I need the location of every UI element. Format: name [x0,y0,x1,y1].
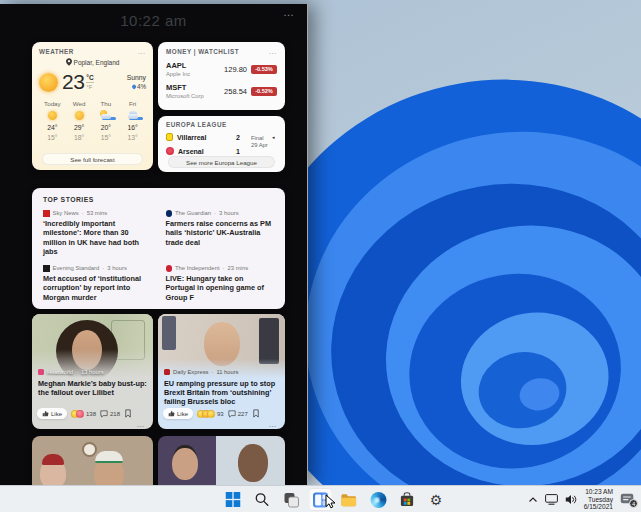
news-age: 13 hours [81,369,104,375]
news-card-partial-right[interactable] [158,436,285,485]
see-full-forecast-button[interactable]: See full forecast [42,153,144,165]
story-source: The Guardian [175,210,211,216]
news-card-meghan[interactable]: Heatworld · 13 hours Meghan Markle’s bab… [32,314,153,429]
news-headline[interactable]: EU ramping pressure up to stop Brexit Br… [164,379,279,407]
news-separator: · [211,369,213,375]
evening-standard-favicon-icon [43,265,50,272]
story-headline[interactable]: LIVE: Hungary take on Portugal in openin… [166,274,275,302]
story-separator: · [214,210,216,216]
tray-day: Tuesday [584,496,613,503]
europa-league-widget[interactable]: EUROPA LEAGUE Villarreal 2 ◂ Arsenal 1 F… [158,116,285,172]
top-stories-widget[interactable]: TOP STORIES Sky News · 53 mins ‘Incredib… [32,188,285,309]
settings-button[interactable]: ⚙ [424,488,448,511]
stock-row[interactable]: AAPL Apple Inc 129.80 -0.53% [166,61,277,77]
forecast-day-label: Wed [73,100,86,107]
stock-symbol: AAPL [166,61,190,70]
away-team-score: 1 [236,148,240,155]
forecast-day: Thu 20° 15° [93,100,120,141]
tray-chevron-up-icon[interactable] [528,496,538,504]
sun-showers-icon [100,110,112,122]
story-headline[interactable]: Farmers raise concerns as PM hails ‘hist… [166,219,275,247]
stock-row[interactable]: MSFT Microsoft Corp 258.54 -0.52% [166,83,277,99]
start-button[interactable] [221,488,245,511]
microsoft-store-button[interactable] [395,488,419,511]
precipitation-value: 4% [137,83,146,90]
news-source: Daily Express [173,369,208,375]
mouse-cursor [325,494,337,510]
story-item[interactable]: The Guardian · 3 hours Farmers raise con… [166,210,275,256]
like-button[interactable]: Like [163,408,193,419]
home-team-score: 2 [236,134,240,141]
reactions-button[interactable]: 93 [197,410,224,418]
file-explorer-button[interactable] [337,488,361,511]
story-item[interactable]: Sky News · 53 mins ‘Incredibly important… [43,210,152,256]
reactions-button[interactable]: 138 [71,410,96,418]
forecast-day: Today 24° 15° [39,100,66,141]
bookmark-icon[interactable] [252,409,260,418]
money-menu-button[interactable]: … [269,50,278,54]
weather-menu-button[interactable]: … [138,50,147,54]
comment-count: 218 [110,411,120,417]
forecast-high: 16° [127,124,137,131]
search-button[interactable] [250,488,274,511]
money-watchlist-widget[interactable]: MONEY | WATCHLIST … AAPL Apple Inc 129.8… [158,42,285,110]
unit-celsius-toggle[interactable]: °C [86,74,93,83]
wall-clock-graphic [82,442,97,457]
widgets-panel: 10:22 am … WEATHER … Poplar, England 23 … [0,4,308,485]
news-card-menu-button[interactable]: … [269,420,278,429]
story-source: Sky News [53,210,79,216]
showers-icon [127,110,139,122]
comment-count: 227 [238,411,248,417]
news-card-brexit[interactable]: Daily Express · 11 hours EU ramping pres… [158,314,285,429]
reaction-count: 138 [86,411,96,417]
news-card-menu-button[interactable]: … [137,420,146,429]
microsoft-store-icon [400,492,415,507]
stock-price: 258.54 [224,87,247,96]
edge-button[interactable] [366,488,390,511]
story-item[interactable]: Evening Standard · 3 hours Met accused o… [43,265,152,302]
forecast-low: 15° [101,134,111,141]
sunny-icon [46,110,58,122]
europa-league-title: EUROPA LEAGUE [166,121,227,128]
news-headline[interactable]: Meghan Markle’s baby bust-up: the fallou… [38,379,147,397]
weather-widget[interactable]: WEATHER … Poplar, England 23 °C °F Sunny… [32,42,153,170]
edge-icon [370,492,386,508]
sky-news-favicon-icon [43,210,50,217]
network-icon[interactable] [545,494,558,505]
forecast-low: 18° [74,134,84,141]
story-item[interactable]: The Independent · 23 mins LIVE: Hungary … [166,265,275,302]
comments-button[interactable]: 218 [100,410,120,418]
precipitation-icon [131,84,136,89]
home-team-name: Villarreal [177,134,206,141]
forecast-day-label: Thu [101,100,112,107]
tray-date: 6/15/2021 [584,503,613,510]
like-label: Like [177,411,188,417]
stock-symbol: MSFT [166,83,204,92]
forecast-day: Fri 16° 13° [119,100,146,141]
comments-button[interactable]: 227 [228,410,248,418]
thumbs-up-icon [168,410,175,417]
story-headline[interactable]: ‘Incredibly important milestone’: More t… [43,219,152,256]
stock-change-badge: -0.53% [251,65,277,74]
windows-logo-icon [226,492,241,507]
see-more-europa-league-button[interactable]: See more Europa League [168,156,275,168]
speaker-icon[interactable] [565,494,577,505]
notification-count-badge: 4 [629,499,638,508]
bookmark-icon[interactable] [124,409,132,418]
unit-fahrenheit-toggle[interactable]: °F [86,83,93,90]
story-headline[interactable]: Met accused of ‘institutional corruption… [43,274,152,302]
money-title: MONEY | WATCHLIST [166,48,239,55]
independent-favicon-icon [166,265,173,272]
reaction-count: 93 [217,411,224,417]
folder-icon [341,493,358,507]
task-view-button[interactable] [279,488,303,511]
tray-clock[interactable]: 10:23 AM Tuesday 6/15/2021 [584,488,613,510]
arsenal-crest-icon [166,147,174,155]
story-age: 53 mins [87,210,108,216]
gear-icon: ⚙ [430,493,443,507]
widgets-panel-menu-button[interactable]: … [283,6,295,18]
notification-center-button[interactable]: 4 [620,492,636,507]
match-status: Final [251,135,277,142]
like-button[interactable]: Like [37,408,67,419]
news-card-partial-left[interactable] [32,436,153,485]
